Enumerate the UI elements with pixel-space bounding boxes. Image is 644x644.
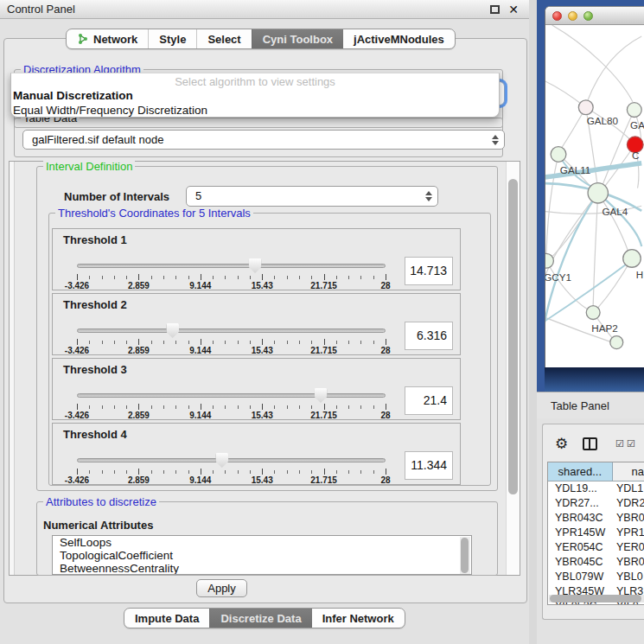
threshold-2-value[interactable]: 6.316 (405, 322, 453, 350)
network-canvas[interactable]: GAL80GACGAL11GAL4GCY1HHAP2 (545, 25, 644, 367)
control-panel-tabbar: Network Style Select Cyni Toolbox jActiv… (66, 29, 456, 49)
network-node (578, 100, 593, 115)
tab-style[interactable]: Style (148, 29, 196, 48)
slider-thumb[interactable] (249, 258, 262, 273)
apply-button[interactable]: Apply (196, 579, 247, 597)
list-item[interactable]: TopologicalCoefficient (53, 549, 471, 562)
table-row[interactable]: YBL079WYBL0 (548, 570, 644, 584)
panel-divider[interactable] (529, 0, 537, 644)
dropdown-placeholder: Select algorithm to view settings (11, 75, 499, 89)
columns-icon[interactable] (583, 437, 597, 450)
attributes-list[interactable]: SelfLoops TopologicalCoefficient Between… (52, 535, 472, 575)
slider-scale: -3.426 2.859 9.144 15.43 21.715 28 (77, 469, 386, 484)
network-view-window: GAL80GACGAL11GAL4GCY1HHAP2 (545, 6, 644, 367)
node-label: GAL11 (560, 164, 590, 175)
stepper-arrows-icon (425, 191, 431, 201)
close-traffic-light[interactable] (552, 11, 562, 21)
tab-infer-network[interactable]: Infer Network (312, 609, 405, 628)
horizontal-scrollbar[interactable] (549, 595, 644, 603)
table-row[interactable]: YDR27...YDR2 (548, 496, 644, 511)
selected-value: 5 (195, 187, 201, 206)
control-panel: Control Panel ✕ Network Style Select Cyn… (0, 0, 529, 644)
algorithm-dropdown-popup: Select algorithm to view settings Manual… (10, 73, 500, 118)
node-table[interactable]: shared... na YDL19...YDL1 YDR27...YDR2 Y… (547, 462, 644, 605)
scrollbar-thumb[interactable] (550, 595, 641, 603)
network-window-titlebar (545, 7, 644, 25)
scale-label: 2.859 (128, 281, 150, 290)
node-label: C (632, 150, 639, 161)
threshold-label: Threshold 1 (63, 233, 127, 246)
table-row[interactable]: YPR145WYPR1 (548, 526, 644, 540)
list-item[interactable]: SelfLoops (53, 536, 471, 549)
slider-track[interactable] (77, 458, 386, 462)
scale-label: -3.426 (65, 411, 89, 420)
table-row[interactable]: YDL19...YDL1 (548, 481, 644, 496)
scale-label: 28 (380, 281, 390, 290)
table-row[interactable]: YER054CYER0 (548, 540, 644, 555)
column-header-name[interactable]: na (613, 462, 644, 481)
table-panel-titlebar: Table Panel (537, 392, 644, 418)
threshold-2-panel: Threshold 2 -3.426 2.859 9.144 15.43 21.… (52, 293, 461, 355)
table-data-select[interactable]: galFiltered.sif default node (22, 130, 505, 150)
slider-thumb[interactable] (215, 453, 228, 468)
dropdown-option-manual[interactable]: Manual Discretization (11, 89, 499, 104)
node-label: H (636, 269, 643, 280)
node-label: GAL4 (602, 206, 628, 217)
close-icon[interactable]: ✕ (508, 2, 519, 18)
scale-label: 15.43 (252, 411, 273, 420)
stepper-arrows-icon (492, 135, 498, 145)
group-title: Threshold's Coordinates for 5 Intervals (55, 207, 253, 220)
scale-label: 21.715 (310, 411, 337, 420)
slider-thumb[interactable] (166, 323, 179, 338)
column-header-shared-name[interactable]: shared... (548, 462, 613, 481)
tab-impute-data[interactable]: Impute Data (124, 609, 209, 628)
cyni-mode-tabbar: Impute Data Discretize Data Infer Networ… (124, 608, 405, 628)
table-row[interactable]: YBR043CYBR0 (548, 511, 644, 526)
tab-jactivemnodules[interactable]: jActiveMNodules (343, 29, 455, 48)
select-all-check-icon[interactable]: ☑ (615, 438, 624, 450)
numerical-attributes-label: Numerical Attributes (43, 519, 153, 532)
slider-thumb[interactable] (315, 388, 328, 403)
network-node (623, 250, 641, 268)
dropdown-option-equal-width[interactable]: Equal Width/Frequency Discretization (11, 104, 499, 118)
table-data-selected-value: galFiltered.sif default node (32, 131, 163, 150)
threshold-label: Threshold 4 (63, 428, 127, 441)
minimize-traffic-light[interactable] (568, 11, 577, 21)
network-node (586, 306, 600, 320)
zoom-traffic-light[interactable] (583, 11, 593, 21)
number-of-intervals-select[interactable]: 5 (186, 186, 438, 207)
scale-label: 15.43 (252, 475, 273, 485)
scale-label: 9.144 (189, 281, 211, 290)
slider-scale: -3.426 2.859 9.144 15.43 21.715 28 (77, 339, 386, 354)
threshold-4-value[interactable]: 11.344 (405, 451, 453, 480)
node-label: GAL80 (587, 115, 619, 126)
tab-discretize-data[interactable]: Discretize Data (209, 609, 311, 628)
scale-label: -3.426 (65, 475, 89, 485)
threshold-3-panel: Threshold 3 -3.426 2.859 9.144 15.43 21.… (52, 358, 461, 420)
list-scrollbar[interactable] (460, 537, 470, 575)
threshold-3-value[interactable]: 21.4 (405, 386, 453, 415)
table-row[interactable]: YBR045CYBR0 (548, 555, 644, 570)
desktop-shadow (545, 367, 644, 393)
slider-track[interactable] (77, 393, 386, 398)
slider-scale: -3.426 2.859 9.144 15.43 21.715 28 (77, 274, 386, 290)
tab-network[interactable]: Network (67, 29, 148, 48)
threshold-1-value[interactable]: 14.713 (405, 257, 453, 285)
gear-icon[interactable]: ⚙ (555, 435, 568, 453)
table-panel: ⚙ ☑ ☑ shared... na YDL19...YDL1 YDR27...… (542, 424, 644, 620)
float-window-icon[interactable] (490, 5, 500, 14)
scrollbar-thumb[interactable] (508, 179, 518, 494)
scale-label: 2.859 (128, 411, 150, 420)
select-none-check-icon[interactable]: ☑ (627, 438, 635, 450)
tab-select[interactable]: Select (196, 29, 251, 48)
scrollbar-thumb[interactable] (461, 538, 469, 573)
vertical-scrollbar[interactable] (506, 162, 520, 575)
network-graph: GAL80GACGAL11GAL4GCY1HHAP2 (545, 25, 644, 367)
slider-track[interactable] (77, 328, 386, 333)
scale-label: 9.144 (189, 346, 211, 355)
table-panel-title: Table Panel (551, 392, 609, 419)
tab-cyni-toolbox[interactable]: Cyni Toolbox (252, 29, 343, 48)
list-item[interactable]: BetweennessCentrality (53, 562, 471, 575)
scale-label: 28 (380, 346, 390, 355)
slider-track[interactable] (77, 264, 386, 268)
